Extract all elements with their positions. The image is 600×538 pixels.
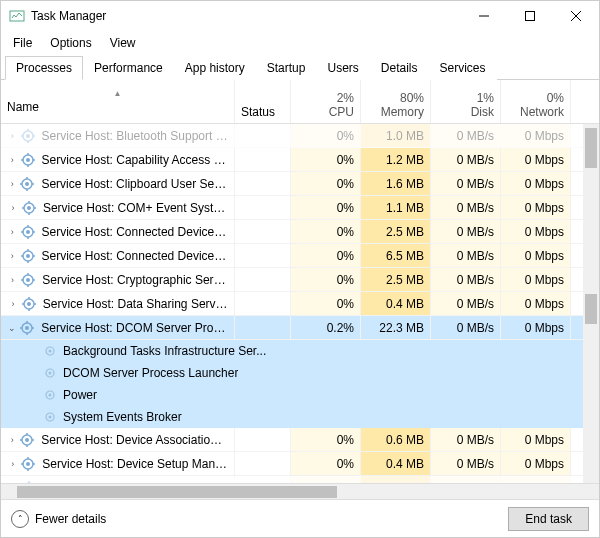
memory-cell: 0.4 MB <box>361 292 431 315</box>
horizontal-scrollbar[interactable] <box>1 483 599 499</box>
vertical-scrollbar[interactable] <box>583 124 599 483</box>
expand-toggle[interactable]: › <box>7 251 18 261</box>
process-row[interactable]: ›Service Host: Device Association Servi.… <box>1 428 599 452</box>
process-name-cell: ›Service Host: DHCP Client <box>1 476 235 483</box>
process-row[interactable]: ›Service Host: DHCP Client0%0.4 MB0 MB/s… <box>1 476 599 483</box>
maximize-button[interactable] <box>507 1 553 31</box>
menu-view[interactable]: View <box>102 33 144 53</box>
process-row[interactable]: ›Service Host: Data Sharing Service0%0.4… <box>1 292 599 316</box>
footer: ˄ Fewer details End task <box>1 499 599 537</box>
process-row[interactable]: ›Service Host: Connected Devices Plat...… <box>1 244 599 268</box>
menu-file[interactable]: File <box>5 33 40 53</box>
process-row[interactable]: ›Service Host: Clipboard User Service_..… <box>1 172 599 196</box>
status-cell <box>235 268 291 291</box>
expand-toggle[interactable]: › <box>7 155 18 165</box>
process-row[interactable]: ›Service Host: Connected Devices Plat...… <box>1 220 599 244</box>
child-process-row[interactable]: DCOM Server Process Launcher <box>1 362 599 384</box>
disk-cell: 0 MB/s <box>431 244 501 267</box>
menu-options[interactable]: Options <box>42 33 99 53</box>
status-cell <box>235 220 291 243</box>
network-cell: 0 Mbps <box>501 196 571 219</box>
expand-toggle[interactable]: ⌄ <box>7 323 17 333</box>
column-headers: ▲ Name Status 2%CPU 80%Memory 1%Disk 0%N… <box>1 80 599 124</box>
scroll-thumb-top[interactable] <box>585 128 597 168</box>
memory-cell: 0.4 MB <box>361 452 431 475</box>
process-list[interactable]: ›Service Host: Bluetooth Support Servi..… <box>1 124 599 483</box>
child-process-name: Power <box>63 388 97 402</box>
child-process-name: DCOM Server Process Launcher <box>63 366 238 380</box>
expand-toggle[interactable]: › <box>7 435 17 445</box>
col-cpu[interactable]: 2%CPU <box>291 80 361 123</box>
process-name-cell: ›Service Host: Device Setup Manager <box>1 452 235 475</box>
memory-cell: 22.3 MB <box>361 316 431 339</box>
cpu-cell: 0% <box>291 220 361 243</box>
expand-toggle[interactable]: › <box>7 203 19 213</box>
memory-cell: 1.6 MB <box>361 172 431 195</box>
col-cpu-label: CPU <box>297 105 354 119</box>
process-name: Service Host: Connected Devices Plat... <box>42 225 228 239</box>
tab-users[interactable]: Users <box>316 56 369 80</box>
process-row[interactable]: ›Service Host: COM+ Event System0%1.1 MB… <box>1 196 599 220</box>
cpu-cell: 0.2% <box>291 316 361 339</box>
svg-point-30 <box>26 230 30 234</box>
svg-point-18 <box>25 182 29 186</box>
hscroll-thumb[interactable] <box>17 486 337 498</box>
col-status[interactable]: Status <box>235 80 291 123</box>
tab-processes[interactable]: Processes <box>5 56 83 80</box>
disk-cell: 0 MB/s <box>431 476 501 483</box>
close-button[interactable] <box>553 1 599 31</box>
cpu-cell: 0% <box>291 428 361 451</box>
col-network[interactable]: 0%Network <box>501 80 571 123</box>
child-process-name: System Events Broker <box>63 410 182 424</box>
expand-toggle[interactable]: › <box>7 131 18 141</box>
expand-toggle[interactable]: › <box>7 179 17 189</box>
tab-performance[interactable]: Performance <box>83 56 174 80</box>
svg-point-42 <box>26 278 30 282</box>
child-process-row[interactable]: Background Tasks Infrastructure Ser... <box>1 340 599 362</box>
process-row[interactable]: ›Service Host: Capability Access Mana...… <box>1 148 599 172</box>
svg-rect-2 <box>526 12 535 21</box>
col-name[interactable]: ▲ Name <box>1 80 235 123</box>
service-icon <box>20 248 36 264</box>
svg-point-12 <box>26 158 30 162</box>
end-task-button[interactable]: End task <box>508 507 589 531</box>
disk-cell: 0 MB/s <box>431 220 501 243</box>
disk-cell: 0 MB/s <box>431 172 501 195</box>
network-usage: 0% <box>507 91 564 105</box>
tab-details[interactable]: Details <box>370 56 429 80</box>
process-name: Service Host: Device Association Servi..… <box>41 433 228 447</box>
process-row[interactable]: ›Service Host: Cryptographic Services0%2… <box>1 268 599 292</box>
col-memory[interactable]: 80%Memory <box>361 80 431 123</box>
child-process-row[interactable]: Power <box>1 384 599 406</box>
disk-cell: 0 MB/s <box>431 428 501 451</box>
expand-toggle[interactable]: › <box>7 299 19 309</box>
expand-toggle[interactable]: › <box>7 275 18 285</box>
fewer-details-toggle[interactable]: ˄ Fewer details <box>11 510 106 528</box>
minimize-button[interactable] <box>461 1 507 31</box>
cpu-cell: 0% <box>291 268 361 291</box>
col-disk[interactable]: 1%Disk <box>431 80 501 123</box>
process-row[interactable]: ⌄Service Host: DCOM Server Process L...0… <box>1 316 599 340</box>
expand-toggle[interactable]: › <box>7 227 18 237</box>
process-name: Service Host: Cryptographic Services <box>42 273 228 287</box>
status-cell <box>235 476 291 483</box>
network-cell: 0 Mbps <box>501 244 571 267</box>
memory-cell: 1.0 MB <box>361 124 431 147</box>
tab-app-history[interactable]: App history <box>174 56 256 80</box>
scroll-thumb[interactable] <box>585 294 597 324</box>
network-cell: 0 Mbps <box>501 220 571 243</box>
cpu-cell: 0% <box>291 124 361 147</box>
tab-services[interactable]: Services <box>429 56 497 80</box>
sort-indicator-icon: ▲ <box>114 89 122 98</box>
status-cell <box>235 244 291 267</box>
memory-usage: 80% <box>367 91 424 105</box>
process-row[interactable]: ›Service Host: Bluetooth Support Servi..… <box>1 124 599 148</box>
tab-startup[interactable]: Startup <box>256 56 317 80</box>
service-icon <box>21 296 37 312</box>
disk-cell: 0 MB/s <box>431 292 501 315</box>
process-name-cell: ›Service Host: Clipboard User Service_..… <box>1 172 235 195</box>
child-process-row[interactable]: System Events Broker <box>1 406 599 428</box>
expand-toggle[interactable]: › <box>7 459 18 469</box>
service-icon <box>19 320 35 336</box>
process-row[interactable]: ›Service Host: Device Setup Manager0%0.4… <box>1 452 599 476</box>
